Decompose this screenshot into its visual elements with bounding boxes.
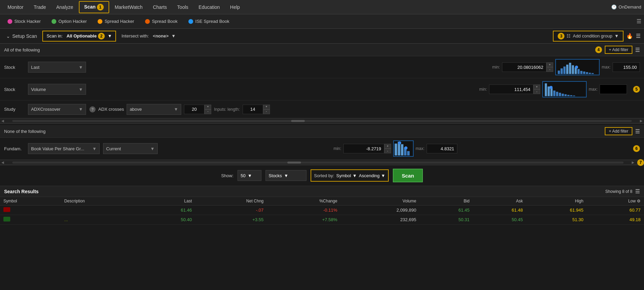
filter-header-right: 4 + Add filter ☰: [595, 46, 640, 54]
filter-dropdown-volume[interactable]: Volume ▼: [28, 84, 86, 95]
adx-length-input[interactable]: [243, 105, 263, 114]
intersect-selector[interactable]: Intersect with: <none> ▼: [119, 32, 178, 40]
period-arrow: ▼: [150, 146, 155, 151]
filter-type-label-3: Study: [4, 107, 25, 112]
svg-rect-10: [586, 72, 588, 74]
show-label: Show:: [221, 173, 233, 178]
top-nav-left: Monitor Trade Analyze Scan 1 MarketWatch…: [3, 1, 245, 13]
fundam-badge6: 6: [633, 145, 640, 152]
showing-count: Showing 8 of 8: [605, 189, 632, 194]
show-type-dropdown[interactable]: Stocks ▼: [266, 170, 306, 181]
scroll-left-arrow-2[interactable]: ◀: [0, 161, 5, 164]
flame-icon[interactable]: 🔥: [626, 33, 633, 39]
filter-row-study: Study ADXCrossover ▼ ? ADX crosses above…: [0, 101, 644, 118]
add-filter-button[interactable]: + Add filter: [605, 46, 632, 54]
adx-direction-dropdown[interactable]: above ▼: [127, 104, 181, 115]
sorted-by-group: Sorted by: Symbol ▼ Ascending ▼: [311, 169, 389, 182]
none-following-header: None of the following + Add filter ☰: [0, 125, 644, 138]
stepper-down-adx[interactable]: -: [204, 109, 211, 114]
results-table: Symbol Description Last Net Chng %Change…: [0, 197, 644, 225]
scan-button[interactable]: Scan: [393, 169, 423, 182]
scroll-right-arrow-2[interactable]: ▶: [630, 161, 636, 164]
max-value-input-1[interactable]: [613, 62, 640, 72]
nav-education[interactable]: Education: [194, 2, 225, 12]
nav-analyze[interactable]: Analyze: [52, 2, 78, 12]
section2-scrollbar[interactable]: ◀ ▶ 7: [0, 160, 644, 165]
stepper-up-1[interactable]: +: [546, 62, 553, 67]
filter-dropdown-last[interactable]: Last ▼: [28, 62, 86, 73]
scroll-left-arrow[interactable]: ◀: [0, 119, 5, 123]
stepper-up-fundam[interactable]: +: [384, 144, 391, 149]
scroll-right-arrow[interactable]: ▶: [639, 119, 644, 123]
subnav-option-hacker[interactable]: Option Hacker: [47, 16, 91, 27]
stepper-down-2[interactable]: -: [533, 89, 540, 94]
sub-nav-menu[interactable]: ☰: [636, 18, 641, 25]
order-arrow: ▼: [381, 173, 385, 178]
min-value-fundam[interactable]: [343, 144, 384, 153]
table-row[interactable]: 61.46 -.07 -0.11% 2,099,890 61.45 61.48 …: [0, 205, 644, 215]
add-condition-button[interactable]: 3 ☷ Add condition group ▼: [553, 31, 624, 42]
adx-direction-arrow: ▼: [174, 107, 178, 112]
ondemand-button[interactable]: 🕐 OnDemand: [611, 4, 641, 10]
cell-last-1: 61.46: [142, 205, 195, 215]
all-following-title: All of the following: [4, 47, 40, 52]
setup-scan-button[interactable]: ⌄ Setup Scan: [3, 32, 40, 40]
filter-dropdown-study[interactable]: ADXCrossover ▼: [28, 104, 86, 115]
filter-dropdown-fundam[interactable]: Book Value Per Share Gr... ▼: [28, 143, 100, 154]
stepper-up-adx[interactable]: +: [204, 105, 211, 109]
stepper-1: + -: [546, 62, 553, 72]
stepper-up-length[interactable]: +: [263, 105, 270, 109]
adx-value-input[interactable]: [184, 105, 204, 114]
nav-monitor[interactable]: Monitor: [3, 2, 28, 12]
show-count-dropdown[interactable]: 50 ▼: [238, 170, 261, 181]
nav-scan[interactable]: Scan 1: [79, 1, 109, 13]
help-icon[interactable]: ?: [89, 106, 96, 112]
max-value-input-2[interactable]: [600, 85, 627, 94]
nav-trade[interactable]: Trade: [29, 2, 51, 12]
histogram-1: [555, 59, 600, 75]
svg-rect-24: [573, 95, 575, 96]
nav-tools[interactable]: Tools: [172, 2, 193, 12]
scroll-thumb-2[interactable]: [287, 162, 301, 164]
col-header-low: Low ⚙: [587, 197, 644, 205]
nav-marketwatch[interactable]: MarketWatch: [110, 2, 147, 12]
section-menu-icon[interactable]: ☰: [635, 47, 640, 53]
nav-help[interactable]: Help: [225, 2, 245, 12]
filter-dropdown-period[interactable]: Current ▼: [103, 143, 158, 154]
svg-rect-4: [569, 63, 571, 74]
none-add-filter-button[interactable]: + Add filter: [605, 127, 632, 135]
ise-spread-book-icon: [188, 19, 193, 24]
table-row[interactable]: ... 50.40 +3.55 +7.58% 232,695 50.31 50.…: [0, 215, 644, 225]
scroll-thumb[interactable]: [291, 120, 305, 122]
subnav-stock-hacker[interactable]: Stock Hacker: [3, 16, 45, 27]
stepper-up-2[interactable]: +: [533, 85, 540, 89]
max-value-fundam[interactable]: [427, 144, 457, 153]
stepper-down-fundam[interactable]: -: [384, 149, 391, 153]
col-header-description: Description: [61, 197, 142, 205]
none-section-menu-icon[interactable]: ☰: [635, 128, 640, 135]
svg-point-32: [404, 147, 407, 150]
scan-badge: 1: [97, 4, 104, 11]
section1-scrollbar[interactable]: ◀ ▶: [0, 118, 644, 123]
nav-charts[interactable]: Charts: [148, 2, 172, 12]
results-menu-icon[interactable]: ☰: [635, 188, 640, 195]
results-header-right: Showing 8 of 8 ☰: [605, 188, 640, 195]
sorted-symbol-dropdown[interactable]: Symbol ▼: [336, 173, 357, 178]
svg-rect-22: [567, 95, 569, 96]
subnav-spread-hacker[interactable]: Spread Hacker: [93, 16, 139, 27]
subnav-ise-spread-book[interactable]: ISE Spread Book: [184, 16, 234, 27]
top-nav: Monitor Trade Analyze Scan 1 MarketWatch…: [0, 0, 644, 14]
stepper-down-length[interactable]: -: [263, 109, 270, 114]
min-value-input-1[interactable]: [502, 62, 546, 72]
all-following-section: All of the following 4 + Add filter ☰ St…: [0, 44, 644, 124]
toolbar-menu-icon[interactable]: ☰: [636, 33, 641, 39]
stepper-down-1[interactable]: -: [546, 67, 553, 72]
cell-ask-1: 61.48: [473, 205, 526, 215]
svg-rect-5: [572, 65, 574, 74]
subnav-spread-book[interactable]: Spread Book: [140, 16, 182, 27]
min-value-input-2[interactable]: [489, 85, 533, 94]
stock-hacker-icon: [8, 19, 12, 24]
scan-in-selector[interactable]: Scan in: All Optionable 2 ▼: [42, 31, 116, 42]
sub-nav: Stock Hacker Option Hacker Spread Hacker…: [0, 14, 644, 29]
sorted-order-dropdown[interactable]: Ascending ▼: [359, 173, 386, 178]
